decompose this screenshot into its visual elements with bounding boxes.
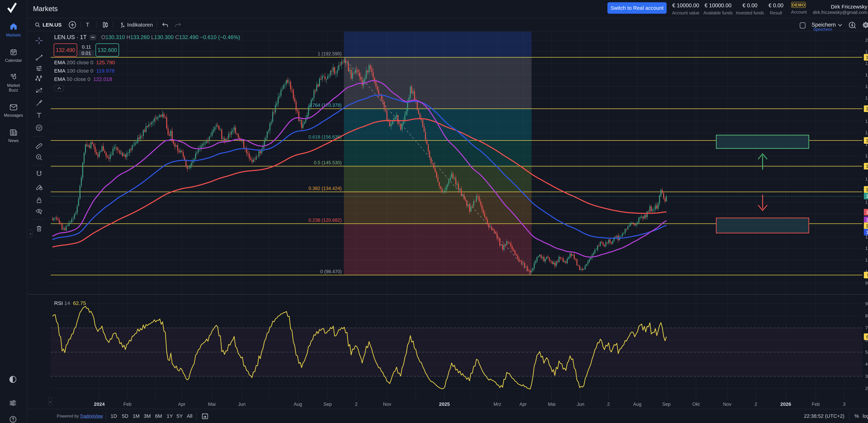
svg-text:Mai: Mai — [548, 402, 556, 407]
svg-text:Mrz: Mrz — [494, 402, 501, 407]
svg-text:Jun: Jun — [238, 402, 246, 407]
svg-text:3: 3 — [843, 402, 845, 407]
svg-text:160.000: 160.000 — [865, 130, 868, 135]
svg-text:Nov: Nov — [383, 402, 392, 407]
svg-text:40.00: 40.00 — [865, 362, 868, 367]
svg-text:120.682: 120.682 — [866, 223, 868, 229]
svg-text:165.000: 165.000 — [865, 119, 868, 124]
svg-text:30.00: 30.00 — [865, 374, 868, 379]
svg-text:Okt: Okt — [692, 402, 700, 407]
svg-text:80.00: 80.00 — [865, 313, 868, 319]
svg-text:0.5 (145.530): 0.5 (145.530) — [314, 160, 342, 165]
svg-text:Jun: Jun — [577, 402, 584, 407]
svg-text:195.000: 195.000 — [865, 49, 868, 54]
svg-text:190.000: 190.000 — [865, 61, 868, 66]
svg-text:2026: 2026 — [780, 401, 791, 407]
svg-text:Sep: Sep — [323, 402, 332, 407]
svg-text:156.636: 156.636 — [866, 138, 868, 143]
svg-text:Aug: Aug — [633, 402, 642, 407]
svg-text:2: 2 — [754, 402, 757, 407]
svg-text:2025: 2025 — [439, 401, 450, 407]
svg-text:Apr: Apr — [519, 402, 527, 407]
svg-text:140.000: 140.000 — [865, 176, 868, 182]
svg-text:110.000: 110.000 — [865, 246, 868, 251]
svg-text:70.00: 70.00 — [865, 325, 868, 330]
svg-text:180.000: 180.000 — [865, 84, 868, 89]
svg-text:192.590: 192.590 — [866, 55, 868, 60]
svg-text:2: 2 — [607, 402, 610, 407]
svg-text:200.000: 200.000 — [865, 37, 868, 43]
svg-text:150.000: 150.000 — [865, 153, 868, 158]
svg-text:105.000: 105.000 — [865, 258, 868, 263]
svg-text:2: 2 — [355, 402, 358, 407]
svg-text:125.790: 125.790 — [866, 210, 868, 215]
svg-text:175.000: 175.000 — [865, 95, 868, 100]
svg-text:0.382 (134.424): 0.382 (134.424) — [309, 186, 342, 191]
svg-text:Apr: Apr — [178, 402, 185, 407]
svg-text:134.424: 134.424 — [866, 187, 868, 192]
svg-text:Sep: Sep — [662, 402, 671, 407]
svg-text:119.978: 119.978 — [866, 230, 868, 235]
svg-text:185.000: 185.000 — [865, 72, 868, 78]
svg-text:62.75: 62.75 — [866, 334, 868, 339]
svg-text:95.000: 95.000 — [865, 280, 868, 285]
svg-text:130.000: 130.000 — [865, 200, 868, 205]
svg-text:20.00: 20.00 — [865, 386, 868, 391]
svg-text:98.470: 98.470 — [867, 273, 868, 278]
svg-text:Nov: Nov — [723, 402, 732, 407]
svg-text:Aug: Aug — [294, 402, 302, 407]
svg-text:1 (192.590): 1 (192.590) — [318, 51, 342, 56]
svg-text:Feb: Feb — [812, 402, 820, 407]
svg-text:50.00: 50.00 — [865, 350, 868, 355]
svg-text:0.236 (120.682): 0.236 (120.682) — [309, 218, 342, 223]
svg-text:2024: 2024 — [94, 401, 105, 407]
svg-text:122.018: 122.018 — [866, 217, 868, 222]
svg-text:Mai: Mai — [208, 402, 216, 407]
svg-text:145.530: 145.530 — [866, 164, 868, 169]
svg-text:Feb: Feb — [123, 402, 132, 407]
svg-text:170.378: 170.378 — [866, 106, 868, 111]
svg-text:90.00: 90.00 — [865, 301, 868, 306]
svg-text:0 (98.470): 0 (98.470) — [320, 269, 342, 274]
svg-text:132.490: 132.490 — [866, 193, 868, 199]
